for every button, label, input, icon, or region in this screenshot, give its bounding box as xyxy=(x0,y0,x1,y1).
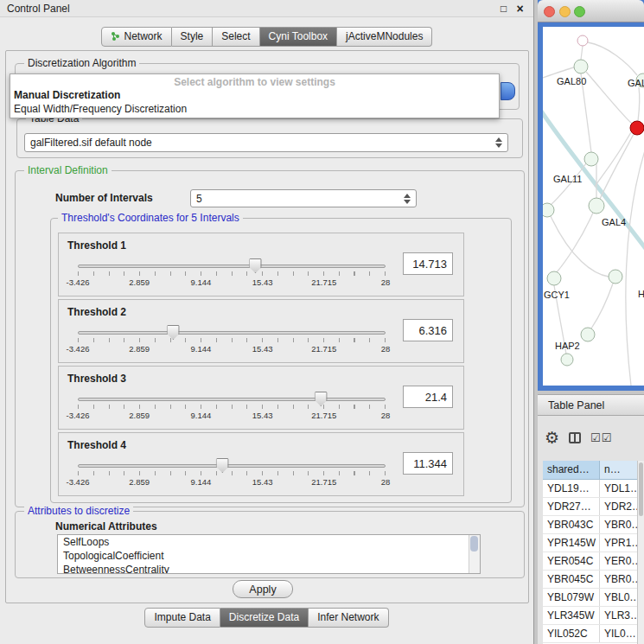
number-of-intervals-combobox[interactable]: 5 xyxy=(190,189,417,207)
tab-label: Infer Network xyxy=(317,611,379,623)
network-node[interactable] xyxy=(584,152,598,166)
table-row[interactable]: YER054CYER0… xyxy=(543,552,637,571)
combobox-value: galFiltered.sif default node xyxy=(30,137,152,149)
threshold-3-panel: Threshold 3 -3.426 2.859 9.144 15.43 21.… xyxy=(58,366,464,430)
tab-label: Cyni Toolbox xyxy=(269,30,328,42)
tab-style[interactable]: Style xyxy=(172,27,214,47)
scale-label: 2.859 xyxy=(129,477,150,487)
table-row[interactable]: YBL079WYBL0… xyxy=(543,589,637,607)
dropdown-option-manual[interactable]: Manual Discretization xyxy=(10,88,499,102)
table-data-combobox[interactable]: galFiltered.sif default node xyxy=(24,133,508,152)
slider-scale: -3.426 2.859 9.144 15.43 21.715 28 xyxy=(78,477,386,488)
tab-infer-network[interactable]: Infer Network xyxy=(309,608,388,628)
network-node-selected[interactable] xyxy=(630,121,644,135)
float-window-icon[interactable]: □ xyxy=(497,3,510,15)
threshold-2-slider[interactable]: -3.426 2.859 9.144 15.43 21.715 28 xyxy=(78,324,386,360)
network-node[interactable] xyxy=(609,270,622,284)
tab-jactivemodules[interactable]: jActiveMNodules xyxy=(337,27,432,47)
slider-track[interactable] xyxy=(78,331,386,335)
table-row[interactable]: YBR043CYBR0… xyxy=(543,516,637,534)
table-row[interactable]: YPR145WYPR1… xyxy=(543,534,637,552)
list-item[interactable]: SelfLoops xyxy=(58,535,480,549)
window-title: Control Panel xyxy=(7,3,494,15)
numerical-attributes-list[interactable]: SelfLoops TopologicalCoefficient Between… xyxy=(57,534,481,574)
dropdown-option-equal-width[interactable]: Equal Width/Frequency Discretization xyxy=(10,102,499,116)
network-canvas[interactable]: GAL80 GAL GAL11 GAL4 GCY1 H HAP2 xyxy=(543,27,644,386)
minimize-traffic-light[interactable] xyxy=(559,6,571,17)
scale-label: 21.715 xyxy=(311,344,336,354)
cell: YDL19… xyxy=(543,480,600,497)
column-header-shared-name[interactable]: shared… xyxy=(543,461,600,480)
slider-track[interactable] xyxy=(78,265,386,268)
cell: YPR1… xyxy=(600,534,637,552)
number-of-intervals-label: Number of Intervals xyxy=(55,192,153,204)
slider-ticks xyxy=(78,405,386,409)
select-columns-icon[interactable]: ☑☑ xyxy=(590,431,612,444)
tab-network[interactable]: Network xyxy=(101,27,172,47)
threshold-3-slider[interactable]: -3.426 2.859 9.144 15.43 21.715 28 xyxy=(78,391,386,427)
threshold-value-field[interactable]: 11.344 xyxy=(403,452,453,475)
slider-ticks xyxy=(78,471,386,475)
cell: YLR3… xyxy=(600,607,637,624)
tab-impute-data[interactable]: Impute Data xyxy=(144,608,220,628)
scale-label: 21.715 xyxy=(311,477,336,487)
thresholds-coordinates-group: Threshold's Coordinates for 5 Intervals … xyxy=(50,218,512,503)
network-node[interactable] xyxy=(547,271,561,285)
columns-icon[interactable] xyxy=(569,432,581,443)
network-node[interactable] xyxy=(589,198,604,214)
network-node[interactable] xyxy=(577,35,588,46)
apply-button[interactable]: Apply xyxy=(233,580,293,598)
group-title: Attributes to discretize xyxy=(24,505,133,517)
table-row[interactable]: YBR045CYBR0… xyxy=(543,571,637,589)
cyni-toolbox-panel: Discretization Algorithm Select algorith… xyxy=(5,50,529,603)
network-node[interactable] xyxy=(581,328,595,341)
threshold-value-field[interactable]: 21.4 xyxy=(403,386,453,408)
gear-icon[interactable]: ⚙ xyxy=(545,430,559,446)
close-window-icon[interactable]: × xyxy=(513,2,526,16)
table-row[interactable]: YDR27…YDR2… xyxy=(543,498,637,516)
tab-select[interactable]: Select xyxy=(213,27,259,47)
scale-label: 15.43 xyxy=(252,477,273,487)
column-header-name[interactable]: n… xyxy=(600,461,637,480)
tab-label: Select xyxy=(221,30,250,42)
scale-label: 28 xyxy=(381,277,391,287)
list-scrollbar[interactable] xyxy=(469,535,480,573)
algorithm-combo-stepper[interactable] xyxy=(501,82,515,100)
threshold-value-field[interactable]: 6.316 xyxy=(403,319,453,341)
scrollbar-thumb[interactable] xyxy=(470,536,478,552)
zoom-traffic-light[interactable] xyxy=(574,6,585,17)
tab-discretize-data[interactable]: Discretize Data xyxy=(220,608,309,628)
tab-cyni-toolbox[interactable]: Cyni Toolbox xyxy=(260,27,337,47)
slider-track[interactable] xyxy=(78,398,386,401)
node-attribute-table: shared… n… YDL19…YDL1… YDR27…YDR2… YBR04… xyxy=(543,461,637,644)
scale-label: 15.43 xyxy=(252,411,273,420)
network-node[interactable] xyxy=(574,60,588,73)
list-item[interactable]: TopologicalCoefficient xyxy=(58,549,480,563)
table-row[interactable]: YIL052CYIL0… xyxy=(543,625,637,643)
network-graph: GAL80 GAL GAL11 GAL4 GCY1 H HAP2 xyxy=(543,27,644,386)
table-row[interactable]: YDL19…YDL1… xyxy=(543,480,637,498)
threshold-value-field[interactable]: 14.713 xyxy=(403,252,453,275)
close-traffic-light[interactable] xyxy=(544,6,555,17)
control-panel-tabbar: Network Style Select Cyni Toolbox jActiv… xyxy=(0,27,533,47)
table-panel-title: Table Panel xyxy=(548,399,604,411)
scale-label: 28 xyxy=(381,477,391,487)
list-item[interactable]: BetweennessCentrality xyxy=(58,563,480,574)
threshold-2-panel: Threshold 2 -3.426 2.859 9.144 15.43 21.… xyxy=(58,299,464,363)
scale-label: 21.715 xyxy=(311,277,336,287)
scale-label: 9.144 xyxy=(191,411,212,420)
network-node[interactable] xyxy=(543,203,554,217)
scale-label: 15.43 xyxy=(252,277,273,287)
threshold-4-slider[interactable]: -3.426 2.859 9.144 15.43 21.715 28 xyxy=(78,457,386,494)
group-title: Discretization Algorithm xyxy=(24,57,139,69)
table-data-group: Table Data galFiltered.sif default node xyxy=(16,118,523,158)
threshold-1-slider[interactable]: -3.426 2.859 9.144 15.43 21.715 28 xyxy=(78,258,386,294)
scale-label: 28 xyxy=(381,344,391,354)
table-scrollbar[interactable] xyxy=(637,461,644,644)
slider-track[interactable] xyxy=(78,464,386,468)
network-node[interactable] xyxy=(561,354,573,366)
scrollbar-thumb[interactable] xyxy=(639,462,643,516)
slider-scale: -3.426 2.859 9.144 15.43 21.715 28 xyxy=(78,277,386,288)
cell: YBL0… xyxy=(600,589,637,606)
table-row[interactable]: YLR345WYLR3… xyxy=(543,607,637,625)
